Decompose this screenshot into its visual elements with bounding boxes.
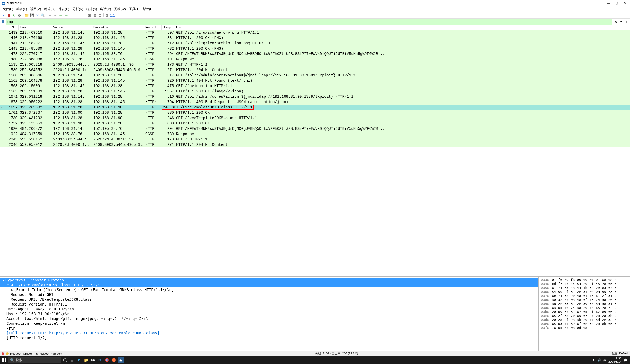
column-header[interactable]: Length — [162, 25, 175, 30]
packet-row[interactable]: 1673329.050222192.168.31.28192.168.31.14… — [0, 99, 630, 105]
toolbar-button[interactable]: 📁 — [24, 13, 29, 18]
packet-row[interactable]: 1920404.206872192.168.31.145152.195.38.7… — [0, 126, 630, 131]
packet-row[interactable]: 1439213.469610192.168.31.145192.168.31.2… — [0, 30, 630, 35]
taskbar-clock[interactable]: 9:35 2024/3/14 — [608, 357, 621, 363]
packet-row[interactable]: 1535259.6052182409:8903:5445:…2620:2d:40… — [0, 62, 630, 67]
detail-line[interactable]: \r\n — [0, 326, 538, 331]
hex-line[interactable]: 006054 50 2f 31 2e 31 0d 0a 55 73 6 — [541, 290, 628, 294]
menu-item[interactable]: 视图(V) — [29, 6, 42, 12]
menu-item[interactable]: 统计(S) — [85, 6, 99, 12]
packet-row[interactable]: 1565269.151909192.168.31.28192.168.31.14… — [0, 89, 630, 94]
packet-row[interactable]: 1443213.485509192.168.31.28192.168.31.14… — [0, 46, 630, 51]
hex-line[interactable]: 008030 32 0d 0a 48 6f 73 74 3a 20 3 — [541, 298, 628, 302]
task-wireshark-icon[interactable] — [118, 357, 124, 363]
packet-row[interactable]: 1560269.086546192.168.31.145192.168.31.2… — [0, 73, 630, 78]
packet-list-pane[interactable]: No.TimeSourceDestinationProtocolLengthIn… — [0, 25, 630, 276]
packet-row[interactable]: 1730329.431292192.168.31.28192.168.31.90… — [0, 115, 630, 121]
tree-toggle-icon[interactable]: ▾ — [2, 278, 5, 282]
hex-line[interactable]: 0040cd f7 47 45 54 20 2f 45 78 65 6 — [541, 282, 628, 286]
task-edge-icon[interactable]: e — [76, 357, 82, 363]
menu-item[interactable]: 分析(A) — [71, 6, 85, 12]
tray-up-icon[interactable]: ^ — [589, 358, 590, 362]
toolbar-button[interactable]: ↻ — [12, 13, 17, 18]
taskbar-search[interactable]: 🔍 搜索 — [8, 357, 61, 363]
detail-line[interactable]: User-Agent: Java/1.8.0_102\r\n — [0, 307, 538, 311]
expert-warn-icon[interactable] — [6, 352, 9, 355]
hex-line[interactable]: 00c065 2f 6a 70 65 67 2c 20 2a 3b 2 — [541, 314, 628, 318]
detail-line[interactable]: ▸[Expert Info (Chat/Sequence): GET /Exec… — [0, 287, 538, 292]
toolbar-button[interactable]: 💾 — [30, 13, 34, 18]
task-chrome-icon[interactable] — [104, 357, 110, 363]
toolbar-button[interactable]: ⏵ — [1, 13, 6, 18]
detail-line[interactable]: [Full request URI: http://192.168.31.90:… — [0, 331, 538, 335]
toolbar-button[interactable]: ≡ — [69, 13, 74, 18]
hex-line[interactable]: 00a063 65 70 74 3a 20 74 65 78 74 2 — [541, 306, 628, 310]
task-view-button[interactable]: ◯ — [62, 357, 68, 363]
packet-row[interactable]: 1732329.433853192.168.31.90192.168.31.28… — [0, 121, 630, 126]
tray-ime-icon[interactable]: 英 — [603, 358, 606, 362]
toolbar-button[interactable]: ≡ — [81, 13, 86, 18]
menu-item[interactable]: 捕获(C) — [57, 6, 71, 12]
packet-row[interactable]: 2045559.6501622409:8903:5445:…2620:2d:40… — [0, 137, 630, 142]
toolbar-button[interactable]: ⊠ — [105, 13, 110, 18]
column-header[interactable]: Time — [19, 25, 52, 30]
column-header[interactable]: Destination — [92, 25, 144, 30]
menu-item[interactable]: 跳转(G) — [42, 6, 57, 12]
detail-line[interactable]: Request URI: /ExecTemplateJDK8.class — [0, 297, 538, 302]
packet-details-pane[interactable]: ▾Hypertext Transfer Protocol▾GET /ExecTe… — [0, 277, 539, 351]
hex-line[interactable]: 009038 2e 33 31 2e 39 30 3a 38 31 3 — [541, 302, 628, 306]
bookmark-icon[interactable] — [1, 20, 5, 24]
notifications-icon[interactable]: 💬 — [624, 358, 627, 362]
hex-line[interactable]: 00f076 65 0d 0a 0d 0a — [541, 326, 628, 330]
detail-line[interactable]: Request Version: HTTP/1.1 — [0, 302, 538, 307]
detail-line[interactable]: Request Method: GET — [0, 292, 538, 297]
packet-row[interactable]: 1478222.770717192.168.31.145152.195.38.7… — [0, 51, 630, 57]
expert-info-icon[interactable] — [2, 352, 4, 355]
menu-item[interactable]: 无线(W) — [112, 6, 127, 12]
detail-line[interactable]: [HTTP request 1/2] — [0, 335, 538, 340]
close-button[interactable]: ✕ — [621, 1, 628, 6]
detail-line[interactable]: ▾GET /ExecTemplateJDK8.class HTTP/1.1\r\… — [0, 283, 538, 287]
packet-row[interactable]: 1922404.317359152.195.38.76192.168.31.14… — [0, 131, 630, 137]
packet-row[interactable]: 1563269.150091192.168.31.145192.168.31.2… — [0, 83, 630, 89]
hex-line[interactable]: 003001 f6 09 f8 00 00 01 01 08 0a a — [541, 278, 628, 282]
toolbar-button[interactable]: ⇤ — [58, 13, 63, 18]
detail-line[interactable]: Accept: text/html, image/gif, image/jpeg… — [0, 316, 538, 321]
tree-toggle-icon[interactable]: ▾ — [6, 283, 10, 287]
column-header[interactable]: Info — [175, 25, 630, 30]
tray-network-icon[interactable]: 🖧 — [592, 358, 595, 362]
task-explorer-icon[interactable]: 📁 — [83, 357, 89, 363]
menu-item[interactable]: 工具(T) — [127, 6, 141, 12]
toolbar-button[interactable]: ⊡ — [98, 13, 102, 18]
packet-row[interactable]: →1697329.269832192.168.31.28192.168.31.9… — [0, 105, 630, 110]
menu-item[interactable]: 帮助(H) — [141, 6, 155, 12]
maximize-button[interactable]: ▢ — [613, 1, 620, 6]
packet-bytes-pane[interactable]: 003001 f6 09 f8 00 00 01 01 08 0a a0040c… — [539, 277, 630, 351]
detail-line[interactable]: Host: 192.168.31.90:8180\r\n — [0, 311, 538, 316]
detail-line[interactable]: Connection: keep-alive\r\n — [0, 321, 538, 326]
toolbar-button[interactable]: → — [53, 13, 58, 18]
packet-row[interactable]: ←1701329.372367192.168.31.90192.168.31.2… — [0, 110, 630, 115]
task-store-icon[interactable]: 🛍 — [90, 357, 96, 363]
minimize-button[interactable]: — — [605, 1, 612, 6]
packet-row[interactable]: 1562269.104278192.168.31.28192.168.31.14… — [0, 78, 630, 83]
toolbar-button[interactable]: ≡ — [74, 13, 79, 18]
tree-toggle-icon[interactable]: ▸ — [11, 288, 14, 292]
task-mail-icon[interactable]: ✉ — [97, 357, 103, 363]
column-header[interactable]: Source — [52, 25, 92, 30]
toolbar-button[interactable]: ⊟ — [92, 13, 97, 18]
menu-item[interactable]: 文件(F) — [1, 6, 15, 12]
toolbar-button[interactable]: ← — [48, 13, 52, 18]
hex-line[interactable]: 00b020 69 6d 61 67 65 2f 67 69 66 2 — [541, 310, 628, 314]
hex-line[interactable]: 00706e 74 3a 20 4a 61 76 61 2f 31 2 — [541, 294, 628, 298]
display-filter-input[interactable] — [6, 19, 612, 25]
filter-dropdown-button[interactable]: ▾ — [619, 19, 624, 24]
packet-row[interactable]: 1671329.031218192.168.31.145192.168.31.2… — [0, 94, 630, 99]
toolbar-button[interactable]: ⇥ — [64, 13, 68, 18]
toolbar-button[interactable]: 1:1 — [110, 13, 115, 18]
toolbar-button[interactable]: ⏹ — [6, 13, 11, 18]
tray-volume-icon[interactable]: 🔊 — [597, 358, 601, 362]
packet-row[interactable]: 1440213.476168192.168.31.28192.168.31.14… — [0, 35, 630, 41]
hex-line[interactable]: 005061 74 65 4a 44 4b 38 2e 63 6c 6 — [541, 286, 628, 290]
packet-row[interactable]: 1536259.8645522620:2d:4000:1:…2409:8903:… — [0, 67, 630, 73]
